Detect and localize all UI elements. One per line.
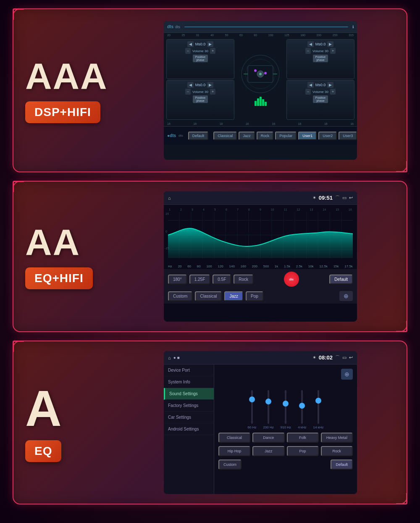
eq-controls-row2: Custom Classical Jazz Pop ⊕ bbox=[164, 289, 357, 304]
bluetooth3-icon: ✶ bbox=[312, 355, 316, 360]
eq3-thumb-60hz[interactable] bbox=[249, 396, 255, 402]
dsp-ch-bl-vol: − Volume 30 + bbox=[185, 89, 215, 95]
eq3-track-910hz bbox=[285, 390, 286, 424]
eq-hz-17-5k: 17.5k bbox=[344, 264, 353, 268]
dsp-ch-tr-vol-val: Volume 30 bbox=[312, 49, 328, 53]
dsp-ch-tl-next[interactable]: ▶ bbox=[207, 41, 213, 47]
status3-right: ✶ 08:02 ⌒ ▭ ↩ bbox=[312, 354, 353, 361]
dsp-right-channels: ◀ Ms0.0 ▶ − Volume 30 + Positivephase bbox=[286, 39, 354, 120]
eq-btn-custom[interactable]: Custom bbox=[168, 291, 192, 301]
eq3-thumb-4khz[interactable] bbox=[299, 403, 305, 409]
eq3-thumb-230hz[interactable] bbox=[265, 399, 271, 404]
sidebar-item-system-info[interactable]: System Info bbox=[164, 376, 214, 388]
eq3-label-4khz: 4 kHz bbox=[298, 425, 306, 429]
eq-controls-row1: 180° 1.25F 0.5F Rock dts Default bbox=[164, 269, 357, 289]
dsp-ch-br-next[interactable]: ▶ bbox=[327, 82, 333, 88]
dsp-ch-br-plus[interactable]: + bbox=[330, 89, 336, 95]
eq-btn-classical[interactable]: Classical bbox=[195, 291, 222, 301]
dsp-channel-tl: ◀ Ms0.0 ▶ − Volume 30 + Positivephase bbox=[166, 39, 234, 79]
eq3-track-4khz bbox=[301, 390, 303, 424]
sidebar-item-android-settings[interactable]: Android Settings bbox=[164, 423, 214, 435]
dsp-ch-tr-plus[interactable]: + bbox=[330, 48, 336, 54]
eq3-btn-folk[interactable]: Folk bbox=[287, 433, 319, 443]
dsp-ch-tl-minus[interactable]: − bbox=[185, 48, 191, 54]
eq-hz-100: 100 bbox=[206, 264, 212, 268]
eq3-slider-910hz: 910 Hz bbox=[281, 390, 291, 429]
eq3-btn-heavy-metal[interactable]: Heavy Metal bbox=[321, 433, 353, 443]
dsp-ch-bl-prev[interactable]: ◀ bbox=[187, 82, 194, 88]
dsp-ch-tr-next[interactable]: ▶ bbox=[327, 41, 333, 47]
eq3-btn-grid-row2: Hip Hop Jazz Pop Rock bbox=[218, 446, 353, 456]
dsp-preset-default[interactable]: Default bbox=[188, 132, 209, 140]
eq3-speaker-top-btn[interactable]: ⊕ bbox=[341, 369, 353, 380]
eq-speaker-btn[interactable]: ⊕ bbox=[339, 291, 353, 301]
eq-btn-1-25f[interactable]: 1.25F bbox=[189, 275, 210, 284]
dot-icons: ● ■ bbox=[173, 355, 180, 360]
eq3-thumb-14khz[interactable] bbox=[315, 398, 321, 404]
card3-left: A EQ bbox=[25, 383, 126, 462]
dsp-preset-popular[interactable]: Popular bbox=[275, 132, 297, 140]
card2-left: AA EQ+HIFI bbox=[25, 224, 126, 289]
dsp-preset-user1[interactable]: User1 bbox=[298, 132, 317, 140]
eq-btn-jazz[interactable]: Jazz bbox=[224, 291, 243, 301]
dsp-ch-tl-val: Ms0.0 bbox=[195, 42, 206, 46]
card1-left: AAA DSP+HIFI bbox=[25, 58, 126, 123]
dsp-logo: dts bbox=[167, 24, 173, 29]
card1-badge: DSP+HIFI bbox=[25, 101, 100, 123]
sidebar-item-car-settings[interactable]: Car Settings bbox=[164, 412, 214, 423]
dsp-ch-tr-minus[interactable]: − bbox=[305, 48, 311, 54]
eq3-sidebar: Device Port System Info Sound Settings F… bbox=[164, 365, 214, 494]
dsp-preset-classical[interactable]: Classical bbox=[213, 132, 237, 140]
eq-btn-rock[interactable]: Rock bbox=[234, 275, 253, 284]
eq-btn-0-5f[interactable]: 0.5F bbox=[213, 275, 231, 284]
dsp-preset-jazz[interactable]: Jazz bbox=[239, 132, 255, 140]
sidebar-item-device-port[interactable]: Device Port bbox=[164, 365, 214, 376]
dsp-preset-user2[interactable]: User2 bbox=[318, 132, 337, 140]
sidebar-item-sound-settings[interactable]: Sound Settings bbox=[164, 388, 214, 400]
eq3-main-area: ⊕ 60 Hz bbox=[214, 365, 357, 494]
eq-dts-knob[interactable]: dts bbox=[284, 272, 299, 287]
sidebar-item-factory-settings[interactable]: Factory Settings bbox=[164, 400, 214, 412]
eq3-btn-dance[interactable]: Dance bbox=[252, 433, 284, 443]
eq3-btn-rock[interactable]: Rock bbox=[321, 446, 353, 456]
eq-btn-pop[interactable]: Pop bbox=[246, 291, 263, 301]
eq-btn-180[interactable]: 180° bbox=[168, 275, 187, 284]
dsp-ch-bl-next[interactable]: ▶ bbox=[207, 82, 213, 88]
eq-btn-default[interactable]: Default bbox=[329, 275, 353, 284]
card-eq: A EQ ⌂ ● ■ ✶ 08:02 ⌒ ▭ ↩ bbox=[13, 341, 407, 505]
eq3-label-60hz: 60 Hz bbox=[248, 425, 257, 429]
screen2-header: ⌂ ✶ 09:51 ⌒ ▭ ↩ bbox=[164, 191, 357, 205]
dsp-preset-user3[interactable]: User3 bbox=[339, 132, 357, 140]
dsp-ch-br-val: Ms0.0 bbox=[315, 83, 326, 87]
eq3-track-60hz bbox=[251, 390, 253, 424]
menu-icon: ▭ bbox=[342, 195, 346, 201]
dsp-ch-tr-prev[interactable]: ◀ bbox=[307, 41, 314, 47]
dsp-ch-tl-plus[interactable]: + bbox=[210, 48, 215, 54]
eq-hz-2-5k: 2.5k bbox=[296, 264, 302, 268]
dsp-ch-br-prev[interactable]: ◀ bbox=[307, 82, 314, 88]
screen1-wrapper: dts dts ℹ 202531405063801001251602002503… bbox=[126, 18, 395, 162]
eq3-thumb-910hz[interactable] bbox=[283, 401, 289, 407]
eq3-btn-custom[interactable]: Custom bbox=[218, 460, 242, 470]
dsp-ch-tl-prev[interactable]: ◀ bbox=[187, 41, 194, 47]
card3-title: A bbox=[25, 383, 63, 433]
eq3-btn-pop[interactable]: Pop bbox=[287, 446, 319, 456]
dsp-ch-br-vol-val: Volume 30 bbox=[312, 90, 328, 94]
eq-scale-neg15: -15 bbox=[165, 247, 169, 250]
bluetooth-icon: ✶ bbox=[312, 195, 316, 201]
home3-icon: ⌂ bbox=[168, 355, 171, 360]
eq3-btn-classical[interactable]: Classical bbox=[218, 433, 250, 443]
eq-hz-60: 60 bbox=[187, 264, 191, 268]
eq-hz-160: 160 bbox=[241, 264, 246, 268]
eq3-btn-jazz[interactable]: Jazz bbox=[252, 446, 284, 456]
dsp-info-icon: ℹ bbox=[352, 25, 354, 29]
eq3-btn-default[interactable]: Default bbox=[331, 460, 353, 470]
dsp-ch-bl-minus[interactable]: − bbox=[185, 89, 191, 95]
eq3-btn-hip-hop[interactable]: Hip Hop bbox=[218, 446, 250, 456]
dsp-preset-rock[interactable]: Rock bbox=[257, 132, 274, 140]
dsp-ch-bl-plus[interactable]: + bbox=[210, 89, 215, 95]
dsp-ch-br-minus[interactable]: − bbox=[305, 89, 311, 95]
status-time-3: 08:02 bbox=[319, 354, 333, 361]
eq3-slider-4khz: 4 kHz bbox=[298, 390, 306, 429]
eq-hz-10k: 10k bbox=[308, 264, 314, 268]
